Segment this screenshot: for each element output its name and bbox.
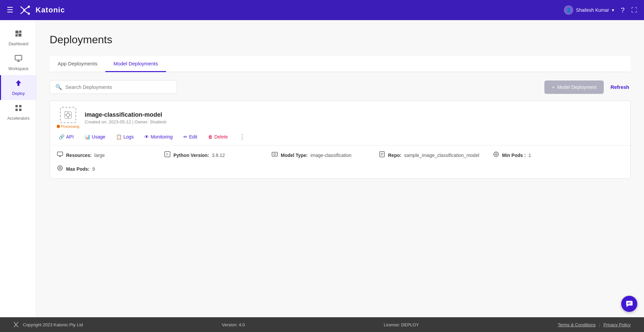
- model-type-label: Model Type:: [281, 153, 308, 158]
- dashboard-icon: [14, 30, 22, 40]
- edit-button[interactable]: ✏ Edit: [181, 133, 199, 141]
- more-options-button[interactable]: ⋮: [236, 132, 248, 142]
- footer-logo-icon: [13, 322, 19, 328]
- tab-app-deployments[interactable]: App Deployments: [50, 56, 105, 72]
- terms-conditions-link[interactable]: Terms & Conditions: [558, 322, 596, 327]
- tab-model-deployments[interactable]: Model Deployments: [105, 56, 166, 72]
- hamburger-menu[interactable]: ☰: [7, 6, 13, 14]
- detail-python-version: Python Version: 3.8.12: [164, 151, 258, 159]
- min-pods-value: 1: [529, 153, 531, 158]
- logo-svg: [19, 5, 33, 15]
- svg-rect-6: [15, 55, 22, 60]
- help-icon[interactable]: ?: [621, 6, 625, 14]
- footer-license: License: DEPLOY: [384, 322, 419, 327]
- logs-icon: 📋: [116, 134, 122, 140]
- resources-icon: [57, 151, 63, 159]
- toolbar: 🔍 + Model Deployment Refresh: [50, 80, 631, 94]
- sidebar-item-label-workspace: Workspace: [8, 66, 29, 71]
- monitoring-label: Monitoring: [151, 134, 172, 140]
- user-menu[interactable]: 👤 Shailesh Kumar ▾: [564, 5, 614, 15]
- logo: Katonic: [19, 5, 65, 15]
- detail-resources: Resources: large: [57, 151, 151, 159]
- add-icon: +: [552, 85, 554, 90]
- workspace-icon: [14, 54, 22, 64]
- svg-point-0: [28, 6, 30, 8]
- api-button[interactable]: 🔗 API: [57, 133, 76, 141]
- python-version-label: Python Version:: [173, 153, 209, 158]
- svg-rect-2: [15, 31, 18, 34]
- privacy-policy-link[interactable]: Privacy Policy: [603, 322, 631, 327]
- sidebar-item-workspace[interactable]: Workspace: [0, 50, 36, 75]
- edit-icon: ✏: [183, 134, 187, 140]
- usage-icon: 📊: [85, 134, 90, 140]
- card-name: image-classification-model: [85, 111, 624, 118]
- sidebar-item-accelerators[interactable]: Accelerators: [0, 100, 36, 125]
- footer-left: Copyright 2023 Katonic Pty Ltd: [13, 322, 83, 328]
- card-header: Processing image-classification-model Cr…: [50, 101, 630, 132]
- max-pods-value: 9: [92, 166, 95, 172]
- sidebar-item-dashboard[interactable]: Dashboard: [0, 25, 36, 50]
- delete-button[interactable]: 🗑 Delete: [206, 133, 230, 141]
- repo-value: sample_image_classification_model: [404, 153, 479, 158]
- footer-version: Version: 4.0: [222, 322, 245, 327]
- refresh-button[interactable]: Refresh: [609, 81, 631, 93]
- header-right: 👤 Shailesh Kumar ▾ ? ⛶: [564, 5, 637, 15]
- card-actions: 🔗 API 📊 Usage 📋 Logs 👁 Monitoring ✏: [50, 132, 630, 146]
- content-area: Deployments App Deployments Model Deploy…: [36, 20, 644, 317]
- model-type-icon: [271, 151, 278, 159]
- sidebar: Dashboard Workspace Deploy: [0, 20, 36, 317]
- python-version-value: 3.8.12: [212, 153, 225, 158]
- chat-button[interactable]: [621, 296, 637, 312]
- python-version-icon: [164, 151, 171, 159]
- main-layout: Dashboard Workspace Deploy: [0, 20, 644, 317]
- footer: Copyright 2023 Katonic Pty Ltd Version: …: [0, 317, 644, 332]
- model-type-value: image-classification: [311, 153, 352, 158]
- svg-rect-19: [57, 152, 63, 156]
- model-icon: [60, 107, 76, 123]
- sidebar-item-label-accelerators: Accelerators: [7, 116, 30, 121]
- fullscreen-icon[interactable]: ⛶: [631, 7, 637, 14]
- header: ☰ Katonic 👤 Shailesh Kumar ▾ ? ⛶: [0, 0, 644, 20]
- resources-value: large: [94, 153, 105, 158]
- sidebar-item-deploy[interactable]: Deploy: [0, 75, 36, 100]
- processing-dot: [57, 125, 60, 128]
- processing-label-text: Processing: [61, 124, 79, 128]
- search-box[interactable]: 🔍: [50, 80, 177, 94]
- tabs-bar: App Deployments Model Deployments: [50, 56, 631, 72]
- svg-rect-22: [165, 152, 170, 157]
- user-chevron-icon: ▾: [612, 7, 614, 13]
- logs-button[interactable]: 📋 Logs: [114, 133, 136, 141]
- svg-rect-11: [15, 109, 18, 111]
- delete-icon: 🗑: [208, 134, 213, 140]
- svg-point-1: [28, 13, 30, 15]
- logs-label: Logs: [123, 134, 133, 140]
- footer-copyright: Copyright 2023 Katonic Pty Ltd: [23, 322, 83, 327]
- detail-repo: Repo: sample_image_classification_model: [379, 151, 479, 159]
- api-label: API: [66, 134, 74, 140]
- delete-label: Delete: [214, 134, 228, 140]
- min-pods-icon: [493, 151, 499, 159]
- monitoring-icon: 👁: [144, 134, 149, 140]
- sidebar-item-label-dashboard: Dashboard: [9, 42, 29, 46]
- api-icon: 🔗: [59, 134, 64, 140]
- repo-label: Repo:: [388, 153, 401, 158]
- user-avatar: 👤: [564, 5, 573, 15]
- add-model-deployment-button[interactable]: + Model Deployment: [544, 80, 604, 94]
- detail-max-pods: Max Pods: 9: [57, 165, 151, 173]
- card-details: Resources: large Python Version: 3.8.12: [50, 146, 630, 178]
- search-input[interactable]: [65, 84, 171, 90]
- card-title-section: image-classification-model Created on: 2…: [85, 111, 624, 124]
- usage-button[interactable]: 📊 Usage: [83, 133, 107, 141]
- monitoring-button[interactable]: 👁 Monitoring: [142, 133, 174, 141]
- deployment-card: Processing image-classification-model Cr…: [50, 101, 631, 179]
- min-pods-label: Min Pods :: [502, 153, 526, 158]
- accelerators-icon: [14, 104, 22, 114]
- svg-rect-9: [15, 105, 18, 107]
- search-icon: 🔍: [55, 84, 62, 90]
- user-name: Shailesh Kumar: [576, 7, 609, 13]
- svg-rect-12: [19, 109, 21, 111]
- svg-rect-23: [272, 152, 277, 156]
- footer-right: Terms & Conditions | Privacy Policy: [558, 322, 631, 327]
- card-icon-wrap: Processing: [57, 107, 79, 128]
- svg-point-24: [274, 153, 276, 155]
